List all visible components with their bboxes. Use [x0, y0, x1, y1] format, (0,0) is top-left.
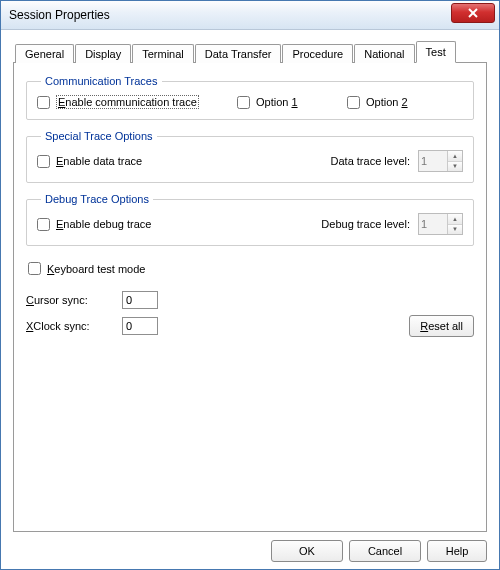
session-properties-window: Session Properties General Display Termi…: [0, 0, 500, 570]
option-1-checkbox[interactable]: [237, 96, 250, 109]
enable-debug-trace-label: Enable debug trace: [56, 218, 151, 230]
data-trace-level-label: Data trace level:: [331, 155, 410, 167]
enable-data-trace-label: Enable data trace: [56, 155, 142, 167]
close-button[interactable]: [451, 3, 495, 23]
window-title: Session Properties: [9, 8, 451, 22]
enable-comm-trace[interactable]: Enable communication trace: [37, 95, 237, 109]
tab-general[interactable]: General: [15, 44, 74, 63]
tab-data-transfer[interactable]: Data Transfer: [195, 44, 282, 63]
tabstrip: General Display Terminal Data Transfer P…: [15, 40, 487, 62]
group-debug-trace: Debug Trace Options Enable debug trace D…: [26, 193, 474, 246]
ok-button[interactable]: OK: [271, 540, 343, 562]
group-legend: Debug Trace Options: [41, 193, 153, 205]
group-special-trace: Special Trace Options Enable data trace …: [26, 130, 474, 183]
tab-national[interactable]: National: [354, 44, 414, 63]
keyboard-test-mode[interactable]: Keyboard test mode: [28, 262, 145, 275]
cancel-button[interactable]: Cancel: [349, 540, 421, 562]
cursor-sync-label: Cursor sync:: [26, 294, 112, 306]
tab-procedure[interactable]: Procedure: [282, 44, 353, 63]
group-legend: Communication Traces: [41, 75, 162, 87]
cursor-sync-input[interactable]: [122, 291, 158, 309]
option-1-label: Option 1: [256, 96, 298, 108]
spinner-down-icon: ▼: [448, 225, 462, 235]
debug-trace-level-label: Debug trace level:: [321, 218, 410, 230]
option-2-checkbox[interactable]: [347, 96, 360, 109]
spinner-up-icon: ▲: [448, 214, 462, 225]
enable-debug-trace[interactable]: Enable debug trace: [37, 218, 151, 231]
enable-data-trace[interactable]: Enable data trace: [37, 155, 142, 168]
keyboard-test-mode-checkbox[interactable]: [28, 262, 41, 275]
enable-debug-trace-checkbox[interactable]: [37, 218, 50, 231]
keyboard-test-mode-label: Keyboard test mode: [47, 263, 145, 275]
option-1[interactable]: Option 1: [237, 96, 347, 109]
tab-panel-test: Communication Traces Enable communicatio…: [13, 62, 487, 532]
data-trace-level-input: [419, 151, 447, 171]
group-legend: Special Trace Options: [41, 130, 157, 142]
titlebar: Session Properties: [1, 1, 499, 30]
dialog-buttons: OK Cancel Help: [13, 532, 487, 562]
tab-test[interactable]: Test: [416, 41, 456, 63]
spinner-up-icon: ▲: [448, 151, 462, 162]
enable-comm-trace-checkbox[interactable]: [37, 96, 50, 109]
client-area: General Display Terminal Data Transfer P…: [1, 30, 499, 570]
enable-data-trace-checkbox[interactable]: [37, 155, 50, 168]
tab-terminal[interactable]: Terminal: [132, 44, 194, 63]
option-2[interactable]: Option 2: [347, 96, 408, 109]
option-2-label: Option 2: [366, 96, 408, 108]
reset-all-button[interactable]: Reset all: [409, 315, 474, 337]
debug-trace-level-spinner: ▲ ▼: [418, 213, 463, 235]
data-trace-level-spinner: ▲ ▼: [418, 150, 463, 172]
help-button[interactable]: Help: [427, 540, 487, 562]
enable-comm-trace-label: Enable communication trace: [56, 95, 199, 109]
group-communication-traces: Communication Traces Enable communicatio…: [26, 75, 474, 120]
debug-trace-level-input: [419, 214, 447, 234]
close-icon: [468, 8, 478, 18]
tab-display[interactable]: Display: [75, 44, 131, 63]
xclock-sync-input[interactable]: [122, 317, 158, 335]
spinner-down-icon: ▼: [448, 162, 462, 172]
xclock-sync-label: XClock sync:: [26, 320, 112, 332]
